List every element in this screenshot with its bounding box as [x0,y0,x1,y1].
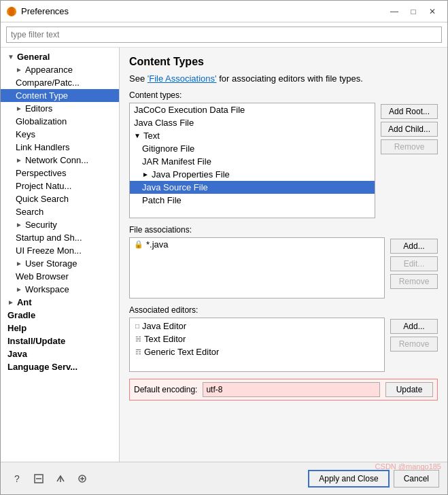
maximize-button[interactable]: □ [404,2,423,21]
item-label: Generic Text Editor [144,347,219,357]
add-child-button[interactable]: Add Child... [381,122,438,137]
file-assoc-section: 🔒 *.java Add... Edit... Remove [129,237,438,298]
sidebar-item-user-storage[interactable]: ► User Storage [1,257,119,270]
titlebar: Preferences — □ ✕ [1,1,447,22]
add-assoc-button[interactable]: Add... [390,239,438,254]
file-assoc-list[interactable]: 🔒 *.java [129,237,385,298]
help-icon-button[interactable]: ? [9,471,25,487]
expand-arrow: ► [16,105,22,112]
sidebar-label: Globalization [16,116,67,126]
expand-arrow: ► [7,298,14,306]
sidebar-item-gradle[interactable]: Gradle [1,309,119,322]
sidebar-label: Content Type [16,90,68,101]
sidebar-label: Language Serv... [7,362,77,372]
list-item-java-editor[interactable]: □ Java Editor [131,320,383,332]
encoding-label: Default encoding: [134,385,197,394]
import-icon [77,473,88,484]
edit-assoc-button[interactable]: Edit... [390,256,438,271]
sidebar-item-ant[interactable]: ► Ant [1,296,119,309]
expand-arrow: ► [142,171,149,178]
content-types-label: Content types: [129,90,438,100]
sidebar-label: Install/Update [7,336,65,346]
sidebar-label: Network Conn... [25,155,88,165]
restore-defaults-button[interactable] [31,471,47,487]
sidebar-item-java[interactable]: Java [1,347,119,360]
expand-arrow: ► [16,156,22,164]
expand-arrow: ▼ [134,132,141,139]
update-button[interactable]: Update [385,382,433,397]
info-post: for associating editors with file types. [217,73,363,84]
export-button[interactable] [52,471,69,487]
sidebar-item-install-update[interactable]: Install/Update [1,335,119,347]
item-label: JAR Manifest File [142,156,211,167]
assoc-editors-list[interactable]: □ Java Editor ☵ Text Editor ☶ Generic Te… [129,318,385,372]
list-item[interactable]: JaCoCo Execution Data File [130,103,375,116]
list-item[interactable]: Patch File [130,194,375,207]
item-label: Java Source File [142,182,208,192]
sidebar-label: Java [7,349,27,359]
remove-editor-button[interactable]: Remove [390,337,438,352]
list-item-text[interactable]: ▼ Text [130,129,375,142]
sidebar-item-network[interactable]: ► Network Conn... [1,154,119,167]
sidebar-item-content-type[interactable]: Content Type [1,89,119,102]
list-item-text-editor[interactable]: ☵ Text Editor [131,332,383,345]
sidebar-item-project-nature[interactable]: Project Natu... [1,180,119,192]
sidebar-item-link-handlers[interactable]: Link Handlers [1,141,119,154]
file-associations-link[interactable]: 'File Associations' [148,73,217,84]
lock-icon: 🔒 [134,240,143,249]
list-item-java-assoc[interactable]: 🔒 *.java [130,238,384,251]
sidebar-item-ui-freeze[interactable]: UI Freeze Mon... [1,244,119,257]
item-label: Text [143,131,160,141]
minimize-button[interactable]: — [385,2,404,21]
sidebar-item-language[interactable]: Language Serv... [1,360,119,373]
text-editor-icon: ☵ [135,335,141,343]
cancel-button[interactable]: Cancel [394,470,439,488]
sidebar-label: Compare/Patc... [16,78,80,88]
export-icon [55,473,66,484]
titlebar-left: Preferences [6,6,69,17]
close-button[interactable]: ✕ [423,2,442,21]
encoding-input[interactable] [203,382,380,397]
apply-close-button[interactable]: Apply and Close [308,470,389,488]
item-label: Patch File [142,195,182,205]
list-item[interactable]: Java Class File [130,116,375,129]
java-editor-icon: □ [135,322,139,330]
bottom-left-icons: ? [9,471,90,487]
sidebar-item-appearance[interactable]: ► Appearance [1,63,119,76]
remove-assoc-button[interactable]: Remove [390,274,438,289]
list-item-java-source[interactable]: Java Source File [130,181,375,194]
add-root-button[interactable]: Add Root... [381,104,438,119]
filter-input[interactable] [6,27,442,43]
sidebar-item-editors[interactable]: ► Editors [1,102,119,115]
sidebar-item-general[interactable]: ▼ General [1,50,119,63]
sidebar-label: Gradle [7,310,35,320]
add-editor-button[interactable]: Add... [390,319,438,334]
sidebar-item-startup[interactable]: Startup and Sh... [1,231,119,244]
list-item[interactable]: JAR Manifest File [130,155,375,168]
content-types-list[interactable]: JaCoCo Execution Data File Java Class Fi… [129,103,375,218]
sidebar-item-compare[interactable]: Compare/Patc... [1,76,119,89]
sidebar-item-perspectives[interactable]: Perspectives [1,167,119,180]
sidebar-item-web-browser[interactable]: Web Browser [1,270,119,283]
sidebar-label: Startup and Sh... [16,233,82,243]
sidebar-item-globalization[interactable]: Globalization [1,115,119,128]
sidebar-item-workspace[interactable]: ► Workspace [1,283,119,296]
right-panel: Content Types See 'File Associations' fo… [120,48,447,462]
content-types-buttons: Add Root... Add Child... Remove [381,103,438,218]
import-button[interactable] [74,471,90,487]
sidebar-item-quick-search[interactable]: Quick Search [1,192,119,205]
sidebar: ▼ General ► Appearance Compare/Patc... C… [1,48,120,462]
sidebar-item-security[interactable]: ► Security [1,218,119,231]
list-item-generic-editor[interactable]: ☶ Generic Text Editor [131,345,383,358]
sidebar-item-search[interactable]: Search [1,205,119,218]
sidebar-label: General [17,52,50,62]
sidebar-item-keys[interactable]: Keys [1,128,119,141]
panel-title: Content Types [129,56,438,68]
file-assoc-buttons: Add... Edit... Remove [390,237,438,298]
expand-arrow: ▼ [7,53,14,61]
sidebar-label: Perspectives [16,168,66,178]
list-item[interactable]: Gitignore File [130,142,375,155]
list-item[interactable]: ► Java Properties File [130,168,375,181]
remove-content-button[interactable]: Remove [381,139,438,154]
sidebar-item-help[interactable]: Help [1,322,119,335]
